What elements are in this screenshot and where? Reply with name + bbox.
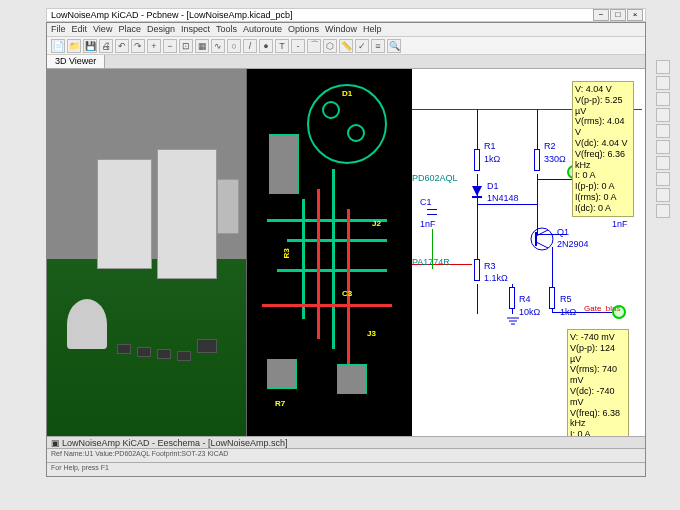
- undo-icon[interactable]: ↶: [115, 39, 129, 53]
- delete-tool-icon[interactable]: [656, 204, 670, 218]
- pcb-ref-r3: R3: [282, 248, 291, 258]
- maximize-button[interactable]: □: [610, 9, 626, 21]
- svg-line-4: [536, 230, 548, 236]
- pcb-pad: [347, 124, 365, 142]
- open-icon[interactable]: 📁: [67, 39, 81, 53]
- sch-val-r1: 1kΩ: [484, 154, 500, 164]
- label-tool-icon[interactable]: [656, 108, 670, 122]
- text-tool-icon[interactable]: [656, 188, 670, 202]
- sch-ref-d1: D1: [487, 181, 499, 191]
- redo-icon[interactable]: ↷: [131, 39, 145, 53]
- menu-help[interactable]: Help: [363, 24, 382, 35]
- sch-ref-r3: R3: [484, 261, 496, 271]
- sch-ref-q1: Q1: [557, 227, 569, 237]
- bus-tool-icon[interactable]: [656, 92, 670, 106]
- pcb-trace: [302, 199, 305, 319]
- outer-window-title: LowNoiseAmp KiCAD - Pcbnew - [LowNoiseAm…: [46, 8, 646, 22]
- layers-icon[interactable]: ≡: [371, 39, 385, 53]
- menu-file[interactable]: File: [51, 24, 66, 35]
- menu-window[interactable]: Window: [325, 24, 357, 35]
- track-icon[interactable]: /: [243, 39, 257, 53]
- noconnect-tool-icon[interactable]: [656, 140, 670, 154]
- print-icon[interactable]: 🖨: [99, 39, 113, 53]
- arc-icon[interactable]: ⌒: [307, 39, 321, 53]
- menu-autoroute[interactable]: Autoroute: [243, 24, 282, 35]
- status-bar-footprint: Ref Name:U1 Value:PD602AQL Footprint:SOT…: [47, 448, 645, 462]
- poly-icon[interactable]: ⬡: [323, 39, 337, 53]
- close-button[interactable]: ×: [627, 9, 643, 21]
- 3d-component-electrolytic: [67, 299, 107, 349]
- pad-icon[interactable]: ●: [259, 39, 273, 53]
- sch-wire: [477, 109, 478, 149]
- sch-resistor-r5: [549, 287, 555, 309]
- sch-wire: [477, 204, 537, 205]
- right-tool-palette: [656, 60, 672, 218]
- sim-readout-gate: V: -740 mVV(p-p): 124 µVV(rms): 740 mV V…: [567, 329, 629, 449]
- sch-val-r3: 1.1kΩ: [484, 273, 508, 283]
- line-icon[interactable]: -: [291, 39, 305, 53]
- text-icon[interactable]: T: [275, 39, 289, 53]
- menu-options[interactable]: Options: [288, 24, 319, 35]
- pcb-layout-panel[interactable]: D1 J2 J3 R3 R7 C3: [247, 69, 412, 449]
- 3d-smd: [177, 351, 191, 361]
- zoom-out-icon[interactable]: −: [163, 39, 177, 53]
- sch-resistor-r3: [474, 259, 480, 281]
- main-toolbar: 📄 📁 💾 🖨 ↶ ↷ + − ⊡ ▦ ∿ ○ / ● T - ⌒ ⬡ 📏 ✓ …: [47, 37, 645, 55]
- sch-ref-r4: R4: [519, 294, 531, 304]
- route-icon[interactable]: ∿: [211, 39, 225, 53]
- menu-view[interactable]: View: [93, 24, 112, 35]
- wire-tool-icon[interactable]: [656, 76, 670, 90]
- grid-icon[interactable]: ▦: [195, 39, 209, 53]
- menu-inspect[interactable]: Inspect: [181, 24, 210, 35]
- menu-design[interactable]: Design: [147, 24, 175, 35]
- pcb-trace-red: [317, 189, 320, 339]
- power-tool-icon[interactable]: [656, 124, 670, 138]
- sch-val-c3: 1nF: [612, 219, 628, 229]
- svg-marker-0: [472, 186, 482, 196]
- sch-part-u1: PD602AQL: [412, 173, 458, 183]
- menu-bar: File Edit View Place Design Inspect Tool…: [47, 23, 645, 37]
- main-window: File Edit View Place Design Inspect Tool…: [46, 22, 646, 477]
- status-bar-help: For Help, press F1: [47, 462, 645, 476]
- sch-cap-plate: [427, 214, 437, 215]
- svg-point-2: [531, 228, 553, 250]
- schematic-panel[interactable]: R1 1kΩ R2 330Ω R3 1.1kΩ R4 10kΩ R5 1kΩ C…: [412, 69, 645, 449]
- sch-wire: [537, 109, 538, 149]
- pcb-footprint: [267, 359, 297, 389]
- search-icon[interactable]: 🔍: [387, 39, 401, 53]
- drc-icon[interactable]: ✓: [355, 39, 369, 53]
- minimize-button[interactable]: −: [593, 9, 609, 21]
- 3d-connector: [197, 339, 217, 353]
- sch-wire: [477, 204, 478, 259]
- svg-line-5: [536, 242, 548, 248]
- child-window-title: ▣ LowNoiseAmp KiCAD - Eeschema - [LowNoi…: [47, 436, 645, 448]
- new-icon[interactable]: 📄: [51, 39, 65, 53]
- sch-wire: [477, 284, 478, 314]
- 3d-component-cap: [217, 179, 239, 234]
- via-icon[interactable]: ○: [227, 39, 241, 53]
- 3d-viewer-panel[interactable]: [47, 69, 247, 449]
- sch-resistor-r2: [534, 149, 540, 171]
- sch-val-r5: 1kΩ: [560, 307, 576, 317]
- symbol-tool-icon[interactable]: [656, 172, 670, 186]
- save-icon[interactable]: 💾: [83, 39, 97, 53]
- sch-val-r2: 330Ω: [544, 154, 566, 164]
- sim-probe-gate[interactable]: [612, 305, 626, 319]
- sch-ref-r2: R2: [544, 141, 556, 151]
- 3d-component-ic: [97, 159, 152, 269]
- zoom-fit-icon[interactable]: ⊡: [179, 39, 193, 53]
- junction-tool-icon[interactable]: [656, 156, 670, 170]
- menu-place[interactable]: Place: [118, 24, 141, 35]
- tab-3d-viewer[interactable]: 3D Viewer: [47, 55, 105, 68]
- zoom-in-icon[interactable]: +: [147, 39, 161, 53]
- menu-edit[interactable]: Edit: [72, 24, 88, 35]
- select-tool-icon[interactable]: [656, 60, 670, 74]
- sch-diode-d1: [470, 184, 484, 202]
- pcb-ref-j3: J3: [367, 329, 376, 338]
- menu-tools[interactable]: Tools: [216, 24, 237, 35]
- sch-resistor-r1: [474, 149, 480, 171]
- measure-icon[interactable]: 📏: [339, 39, 353, 53]
- sch-cap-plate: [427, 209, 437, 210]
- 3d-smd: [117, 344, 131, 354]
- content-area: D1 J2 J3 R3 R7 C3: [47, 69, 645, 449]
